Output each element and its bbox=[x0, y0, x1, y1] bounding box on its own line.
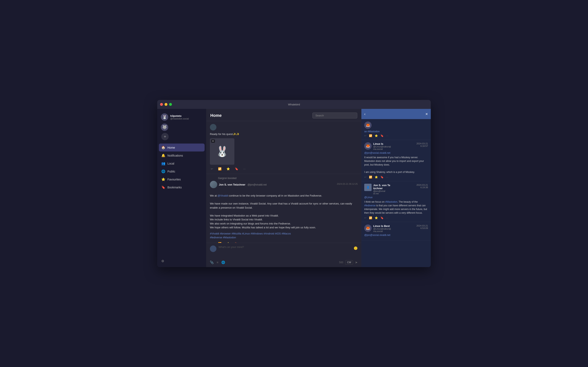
tp3-handle: @Linux@sakuraji bbox=[373, 227, 391, 230]
main-window: Whalebird 🐰 h3poteto @mastodon.social 🐺 bbox=[157, 100, 431, 267]
thread-post-2: 👤 Jon S. von Tetzchner @jon@vival di.net… bbox=[361, 181, 431, 222]
favourite-button-1[interactable]: ⭐ bbox=[226, 167, 231, 171]
sidebar-item-favourites-label: Favourites bbox=[167, 178, 181, 181]
post-1-image: 👁 🐰 bbox=[210, 138, 234, 165]
tp2-fav[interactable]: ⭐ bbox=[375, 216, 378, 219]
local-icon: 👥 bbox=[161, 161, 165, 165]
settings-button[interactable]: ⚙ bbox=[157, 257, 206, 265]
sidebar-item-public[interactable]: 🌐 Public bbox=[159, 167, 205, 175]
tp2-bookmark[interactable]: 🔖 bbox=[380, 216, 384, 219]
right-panel: ‹ ✕ 🦊 se #Mastodon ↩ 🔁 ⭐ bbox=[361, 109, 431, 267]
thread-post-3-avatar: 🦊 bbox=[364, 225, 372, 232]
user-account-primary[interactable]: 🐰 h3poteto @mastodon.social bbox=[160, 113, 204, 122]
tp1-fav[interactable]: ⭐ bbox=[375, 175, 378, 179]
tp2-reply[interactable]: ↩ bbox=[364, 216, 366, 219]
tp2-more[interactable]: ··· bbox=[386, 216, 388, 219]
compose-tools-right: 500 CW ➤ bbox=[339, 260, 358, 265]
user-info-primary: h3poteto @mastodon.social bbox=[170, 114, 189, 120]
sidebar-item-notifications[interactable]: 🔔 Notifications bbox=[159, 151, 205, 159]
globe-icon[interactable]: 🌐 bbox=[221, 261, 225, 264]
more-button-1[interactable]: ··· bbox=[242, 167, 246, 171]
notifications-icon: 🔔 bbox=[161, 154, 165, 157]
reply-button-1[interactable]: ↩ bbox=[210, 167, 214, 171]
compose-toolbar: 📎 ≡ 🌐 500 CW ➤ bbox=[210, 260, 358, 265]
post-2-handle: @jon@vivaldi.net bbox=[247, 183, 267, 186]
post-2-body: We at @Vivaldi continue to be the only b… bbox=[210, 190, 358, 230]
tp2-date: 2024-03-21 bbox=[416, 184, 428, 186]
boost-button-1[interactable]: 🔁 bbox=[217, 167, 222, 171]
feed-title: Home bbox=[210, 113, 222, 118]
back-button[interactable]: ‹ bbox=[364, 112, 365, 116]
thread-post-2-header: 👤 Jon S. von Tetzchner @jon@vival di.net… bbox=[364, 184, 428, 195]
user-account-secondary[interactable]: 🐺 bbox=[160, 123, 204, 132]
sidebar-item-favourites[interactable]: ⭐ Favourites bbox=[159, 175, 205, 183]
tp1-reply[interactable]: ↩ bbox=[364, 175, 366, 179]
send-button[interactable]: ➤ bbox=[355, 261, 358, 264]
thread-post-0: 🦊 se #Mastodon ↩ 🔁 ⭐ 🔖 ··· bbox=[361, 119, 431, 140]
sidebar-item-bookmarks-label: Bookmarks bbox=[167, 186, 182, 189]
public-icon: 🌐 bbox=[161, 169, 165, 173]
maximize-button[interactable] bbox=[169, 103, 172, 106]
feed-header: Home bbox=[206, 109, 361, 121]
cw-button[interactable]: CW bbox=[345, 260, 353, 265]
main-layout: 🐰 h3poteto @mastodon.social 🐺 + bbox=[157, 109, 431, 267]
window-controls bbox=[160, 103, 172, 106]
compose-section: 🙂 📎 ≡ 🌐 500 CW ➤ bbox=[206, 243, 361, 267]
post-1-avatar bbox=[210, 124, 216, 131]
compose-tools-left: 📎 ≡ 🌐 bbox=[210, 261, 225, 264]
vivaldi-mention[interactable]: @Vivaldi bbox=[217, 194, 228, 197]
feed-panel: Home Ready for his quest✨✨ 👁 🐰 bbox=[206, 109, 361, 267]
tp1-mention: @jon@social.vivaldi.net bbox=[364, 151, 428, 154]
close-thread-button[interactable]: ✕ bbox=[425, 112, 428, 116]
tp1-body: It would be awesome if you had a Misskey… bbox=[364, 156, 428, 174]
tp2-boost[interactable]: 🔁 bbox=[369, 216, 372, 219]
thread-post-2-avatar: 👤 bbox=[364, 184, 372, 191]
sidebar-item-home-label: Home bbox=[167, 146, 175, 149]
user-handle-primary: @mastodon.social bbox=[170, 117, 189, 120]
tp3-time: 6:53:09 bbox=[416, 227, 428, 229]
sidebar-item-home[interactable]: 🏠 Home bbox=[159, 143, 205, 151]
thread-post-1: 🦊 Linux Is @Linux@sakuraji ma.social 202… bbox=[361, 140, 431, 181]
post-2-hashtags: #Vivaldi #browser #Mozilla #Linux #Windo… bbox=[210, 232, 358, 240]
tp0-reply[interactable]: ↩ bbox=[364, 134, 366, 137]
attach-icon[interactable]: 📎 bbox=[210, 261, 214, 264]
compose-input[interactable] bbox=[218, 245, 352, 258]
thread-post-0-actions: ↩ 🔁 ⭐ 🔖 ··· bbox=[364, 134, 428, 137]
sidebar-item-bookmarks[interactable]: 🔖 Bookmarks bbox=[159, 183, 205, 191]
emoji-icon[interactable]: 🙂 bbox=[354, 246, 358, 250]
add-account-button[interactable]: + bbox=[161, 133, 169, 140]
tp0-fav[interactable]: ⭐ bbox=[375, 134, 378, 137]
post-2-meta: Jon S. von Tetzchner @jon@vivaldi.net 20… bbox=[219, 183, 358, 186]
close-button[interactable] bbox=[160, 103, 163, 106]
tp0-more[interactable]: ··· bbox=[386, 134, 388, 137]
list-icon[interactable]: ≡ bbox=[217, 261, 218, 264]
tp0-bookmark[interactable]: 🔖 bbox=[380, 134, 384, 137]
sidebar-item-local[interactable]: 👥 Local bbox=[159, 159, 205, 167]
post-1-actions: ↩ 🔁 ⭐ 🔖 ··· bbox=[210, 167, 358, 171]
thread-post-1-meta: Linux Is @Linux@sakuraji ma.social 2024-… bbox=[373, 142, 428, 150]
tp1-more[interactable]: ··· bbox=[386, 175, 388, 179]
tp1-server: ma.social bbox=[373, 148, 391, 150]
avatar-primary: 🐰 bbox=[161, 113, 168, 121]
thread-post-0-avatar: 🦊 bbox=[364, 122, 372, 129]
titlebar: Whalebird bbox=[157, 100, 431, 109]
search-input[interactable] bbox=[312, 113, 357, 118]
tp2-body: I think we focus on #Mastodon. The beaut… bbox=[364, 200, 428, 215]
tp1-boost[interactable]: 🔁 bbox=[369, 175, 372, 179]
tp1-bookmark[interactable]: 🔖 bbox=[380, 175, 384, 179]
compose-avatar bbox=[210, 245, 216, 252]
post-2: Gargron boosted Jon S. von Tetzchner @jo… bbox=[206, 174, 361, 243]
minimize-button[interactable] bbox=[164, 103, 167, 106]
thread-post-0-mention: se #Mastodon bbox=[364, 130, 428, 133]
thread-post-0-header: 🦊 bbox=[364, 122, 428, 129]
right-panel-header: ‹ ✕ bbox=[361, 109, 431, 119]
tp3-date: 2024-03-21 bbox=[416, 225, 428, 227]
post-2-avatar bbox=[210, 181, 217, 188]
right-panel-content: 🦊 se #Mastodon ↩ 🔁 ⭐ 🔖 ··· bbox=[361, 119, 431, 267]
post-1-body: Ready for his quest✨✨ bbox=[210, 132, 358, 136]
tp0-boost[interactable]: 🔁 bbox=[369, 134, 372, 137]
post-2-boosted: Gargron boosted bbox=[210, 177, 358, 180]
bookmark-button-1[interactable]: 🔖 bbox=[234, 167, 239, 171]
tp2-handle: @jon@vival bbox=[373, 190, 390, 192]
thread-post-3-header: 🦊 Linux Is Best @Linux@sakuraji ma.socia… bbox=[364, 225, 428, 233]
